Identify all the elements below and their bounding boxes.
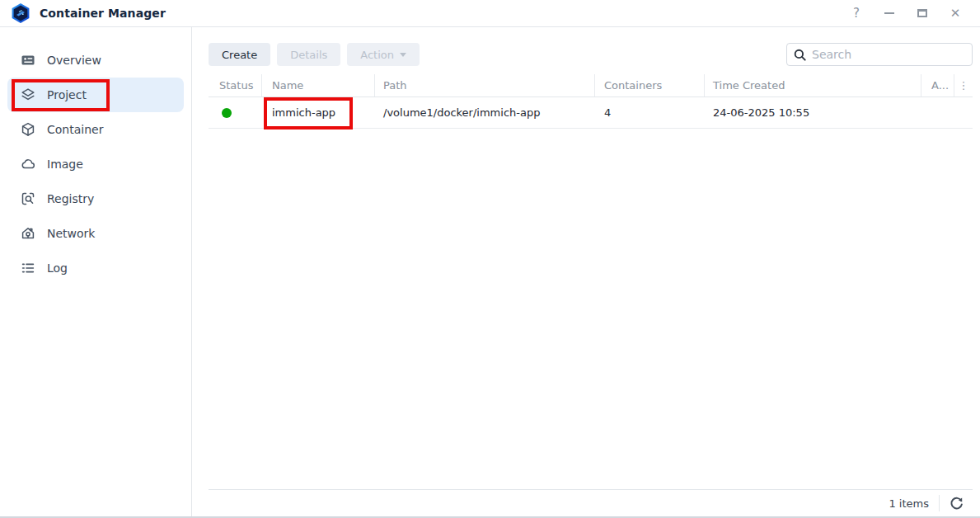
- sidebar-item-label: Network: [47, 227, 95, 240]
- table-header: Status Name Path Containers Time Created…: [209, 74, 973, 97]
- sidebar-item-registry[interactable]: Registry: [7, 181, 184, 216]
- minimize-icon[interactable]: [883, 7, 896, 20]
- maximize-icon[interactable]: [916, 7, 929, 20]
- search-box[interactable]: [786, 43, 973, 66]
- sidebar-item-label: Overview: [47, 54, 101, 67]
- refresh-icon: [950, 497, 964, 511]
- action-button-label: Action: [360, 49, 394, 61]
- registry-icon: [21, 191, 35, 206]
- network-icon: [21, 226, 35, 241]
- window-controls: ? ✕: [850, 7, 962, 20]
- sidebar-item-label: Log: [47, 261, 68, 275]
- create-button[interactable]: Create: [209, 43, 270, 66]
- help-icon[interactable]: ?: [850, 7, 863, 20]
- sidebar-item-label: Registry: [47, 192, 94, 205]
- row-status-cell: [209, 108, 262, 118]
- search-input[interactable]: [812, 48, 965, 61]
- sidebar: Overview Project Container Image: [0, 27, 192, 516]
- main-panel: Create Details Action Status Name Path C: [192, 27, 980, 516]
- column-options-button[interactable]: ⋮: [954, 74, 973, 97]
- vertical-dots-icon: ⋮: [959, 80, 969, 91]
- footer-bar: 1 items: [209, 489, 973, 516]
- footer-divider: [939, 495, 940, 511]
- refresh-button[interactable]: [950, 497, 964, 511]
- container-manager-window: Container Manager ? ✕ Overview Project: [0, 0, 980, 518]
- sidebar-item-label: Image: [47, 158, 83, 171]
- window-title: Container Manager: [40, 7, 166, 20]
- titlebar: Container Manager ? ✕: [0, 0, 980, 27]
- search-icon: [794, 49, 806, 61]
- details-button[interactable]: Details: [277, 43, 340, 66]
- column-header-status[interactable]: Status: [209, 74, 262, 97]
- sidebar-item-log[interactable]: Log: [7, 251, 184, 285]
- overview-icon: [21, 53, 35, 68]
- sidebar-item-image[interactable]: Image: [7, 147, 184, 181]
- toolbar: Create Details Action: [192, 43, 980, 66]
- action-button[interactable]: Action: [347, 43, 420, 66]
- row-name-cell[interactable]: immich-app: [262, 106, 375, 119]
- table-row[interactable]: immich-app /volume1/docker/immich-app 4 …: [209, 97, 973, 129]
- items-count-label: 1 items: [889, 497, 929, 510]
- status-running-dot: [222, 108, 232, 118]
- column-header-name[interactable]: Name: [262, 74, 375, 97]
- column-header-containers[interactable]: Containers: [595, 74, 705, 97]
- row-path-cell: /volume1/docker/immich-app: [375, 106, 595, 119]
- row-time-created-cell: 24-06-2025 10:55: [705, 106, 921, 119]
- table-empty-area: [192, 129, 980, 489]
- sidebar-item-overview[interactable]: Overview: [7, 43, 184, 78]
- sidebar-item-project[interactable]: Project: [7, 78, 184, 112]
- project-icon: [21, 87, 35, 102]
- column-header-path[interactable]: Path: [375, 74, 595, 97]
- chevron-down-icon: [400, 53, 406, 57]
- sidebar-item-label: Project: [47, 88, 87, 101]
- container-manager-app-icon: [10, 2, 31, 24]
- project-table: Status Name Path Containers Time Created…: [209, 74, 973, 129]
- row-containers-cell: 4: [595, 106, 705, 119]
- column-header-action[interactable]: A...: [921, 74, 954, 97]
- close-icon[interactable]: ✕: [949, 7, 962, 20]
- image-icon: [21, 157, 35, 172]
- container-icon: [21, 122, 35, 137]
- sidebar-item-network[interactable]: Network: [7, 216, 184, 251]
- column-header-time-created[interactable]: Time Created: [705, 74, 921, 97]
- sidebar-item-container[interactable]: Container: [7, 112, 184, 147]
- log-icon: [21, 261, 35, 275]
- sidebar-item-label: Container: [47, 123, 103, 136]
